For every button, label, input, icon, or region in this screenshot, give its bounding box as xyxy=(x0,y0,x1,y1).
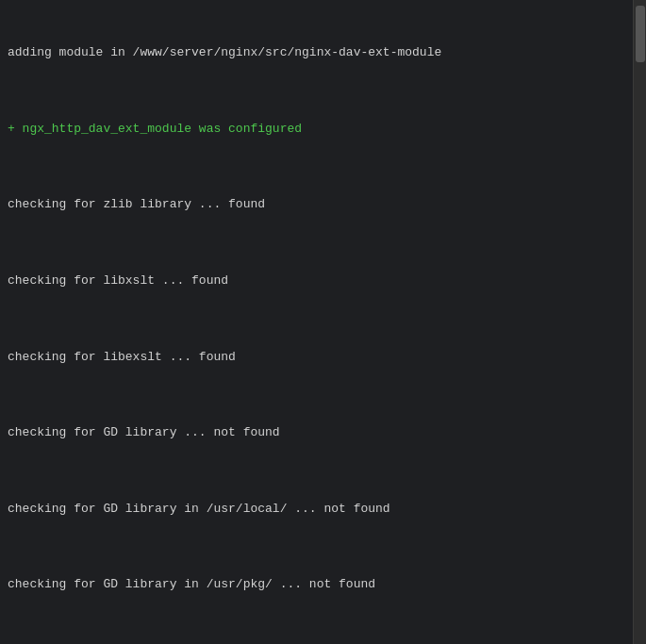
terminal-line-7: checking for GD library in /usr/local/ .… xyxy=(8,500,625,519)
terminal-line-2: + ngx_http_dav_ext_module was configured xyxy=(8,120,625,139)
terminal-output[interactable]: adding module in /www/server/nginx/src/n… xyxy=(0,0,633,644)
terminal-line-8: checking for GD library in /usr/pkg/ ...… xyxy=(8,575,625,594)
scrollbar-thumb[interactable] xyxy=(636,6,645,62)
terminal-window: adding module in /www/server/nginx/src/n… xyxy=(0,0,646,644)
terminal-line-4: checking for libxslt ... found xyxy=(8,272,625,290)
terminal-line-3: checking for zlib library ... found xyxy=(8,195,625,214)
terminal-line-1: adding module in /www/server/nginx/src/n… xyxy=(8,43,625,62)
terminal-line-5: checking for libexslt ... found xyxy=(8,348,625,367)
scrollbar[interactable] xyxy=(633,0,646,644)
terminal-line-6: checking for GD library ... not found xyxy=(8,423,625,442)
